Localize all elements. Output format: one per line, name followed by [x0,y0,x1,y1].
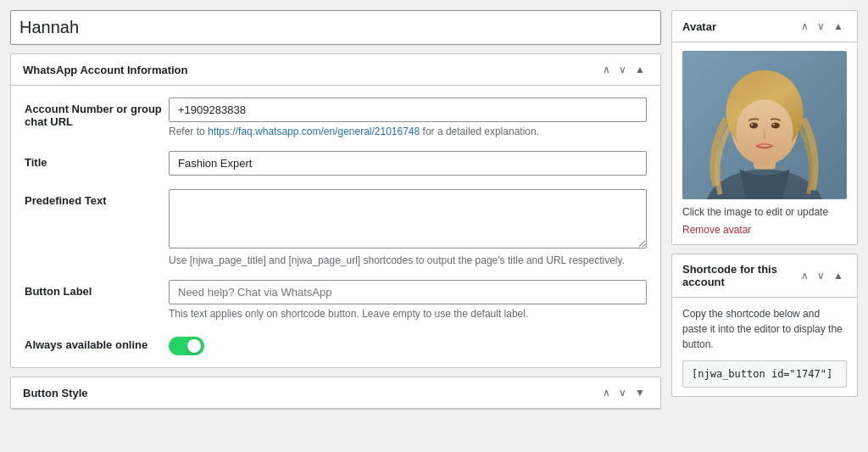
avatar-hint: Click the image to edit or update [682,206,847,218]
avatar-up-btn[interactable]: ∧ [798,20,812,33]
avatar-panel-header: Avatar ∧ ∨ ▲ [672,11,857,42]
button-label-field: This text applies only on shortcode butt… [169,280,647,320]
button-label-hint: This text applies only on shortcode butt… [169,308,647,320]
main-column: WhatsApp Account Information ∧ ∨ ▲ Accou… [10,10,661,410]
shortcode-panel-header: Shortcode for this account ∧ ∨ ▲ [672,254,857,298]
account-number-field: Refer to https://faq.whatsapp.com/en/gen… [169,98,647,137]
button-style-panel-header: Button Style ∧ ∨ ▼ [11,377,660,409]
whatsapp-panel-up-btn[interactable]: ∧ [599,63,614,76]
button-label-input[interactable] [169,280,647,304]
shortcode-collapse-btn[interactable]: ▲ [830,269,847,282]
shortcode-down-btn[interactable]: ∨ [814,269,828,282]
svg-point-9 [751,124,753,126]
avatar-panel-body: Click the image to edit or update Remove… [672,42,857,244]
button-style-up-btn[interactable]: ∧ [599,386,614,399]
avatar-svg [682,51,847,199]
always-online-toggle-wrapper [169,333,647,355]
whatsapp-faq-link[interactable]: https://faq.whatsapp.com/en/general/2101… [208,126,420,137]
title-label: Title [25,151,169,169]
svg-point-8 [771,123,780,129]
shortcode-up-btn[interactable]: ∧ [798,269,812,282]
avatar-panel-controls: ∧ ∨ ▲ [798,20,847,33]
whatsapp-panel-header: WhatsApp Account Information ∧ ∨ ▲ [11,54,660,86]
avatar-image[interactable] [682,51,847,199]
button-style-panel-controls: ∧ ∨ ▼ [599,386,648,399]
title-input[interactable] [169,151,647,176]
account-number-hint: Refer to https://faq.whatsapp.com/en/gen… [169,126,647,137]
always-online-label: Always available online [25,333,169,351]
whatsapp-panel-down-btn[interactable]: ∨ [615,63,630,76]
toggle-track [169,337,204,355]
predefined-text-row: Predefined Text Use [njwa_page_title] an… [25,189,647,266]
avatar-remove-link[interactable]: Remove avatar [682,224,751,236]
button-style-collapse-btn[interactable]: ▼ [632,386,648,399]
button-style-panel: Button Style ∧ ∨ ▼ [10,377,661,410]
predefined-text-hint: Use [njwa_page_title] and [njwa_page_url… [169,254,647,266]
whatsapp-panel-collapse-btn[interactable]: ▲ [632,63,648,76]
predefined-text-textarea[interactable] [169,189,647,248]
title-row: Title [25,151,647,176]
shortcode-panel: Shortcode for this account ∧ ∨ ▲ Copy th… [671,254,858,397]
whatsapp-panel-body: Account Number or group chat URL Refer t… [11,86,660,367]
account-number-input[interactable] [169,98,647,122]
button-label-label: Button Label [25,280,169,298]
avatar-down-btn[interactable]: ∨ [814,20,828,33]
avatar-panel: Avatar ∧ ∨ ▲ [671,10,858,245]
predefined-text-field: Use [njwa_page_title] and [njwa_page_url… [169,189,647,266]
always-online-toggle[interactable] [169,337,204,355]
account-number-label: Account Number or group chat URL [25,98,169,128]
shortcode-description: Copy the shortcode below and paste it in… [682,306,847,352]
always-online-row: Always available online [25,333,647,355]
always-online-field [169,333,647,355]
page-title-input[interactable] [10,10,661,45]
whatsapp-panel-title: WhatsApp Account Information [23,64,188,76]
shortcode-panel-body: Copy the shortcode below and paste it in… [672,298,857,396]
avatar-panel-title: Avatar [682,20,716,33]
button-style-panel-title: Button Style [23,387,88,399]
whatsapp-panel: WhatsApp Account Information ∧ ∨ ▲ Accou… [10,53,661,368]
svg-point-7 [749,123,758,129]
button-style-down-btn[interactable]: ∨ [615,386,630,399]
shortcode-value-box[interactable]: [njwa_button id="1747"] [682,360,847,388]
predefined-text-label: Predefined Text [25,189,169,207]
shortcode-panel-title: Shortcode for this account [682,263,798,288]
whatsapp-panel-controls: ∧ ∨ ▲ [599,63,648,76]
side-column: Avatar ∧ ∨ ▲ [671,10,858,410]
title-field [169,151,647,176]
account-number-row: Account Number or group chat URL Refer t… [25,98,647,137]
toggle-thumb [187,339,201,353]
shortcode-panel-controls: ∧ ∨ ▲ [798,269,847,282]
avatar-collapse-btn[interactable]: ▲ [830,20,847,33]
svg-point-10 [773,124,775,126]
button-label-row: Button Label This text applies only on s… [25,280,647,320]
